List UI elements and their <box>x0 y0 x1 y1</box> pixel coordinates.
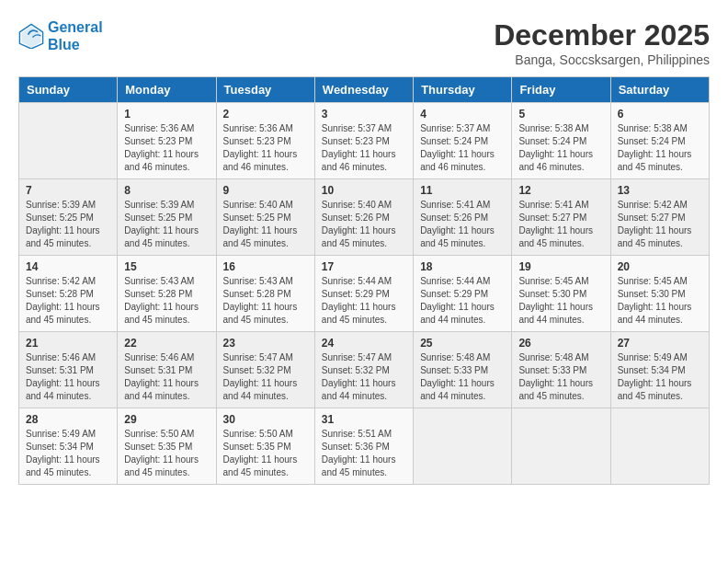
day-info: Sunrise: 5:48 AM Sunset: 5:33 PM Dayligh… <box>518 351 603 403</box>
calendar-cell: 28Sunrise: 5:49 AM Sunset: 5:34 PM Dayli… <box>19 408 118 485</box>
title-block: December 2025 Banga, Soccsksargen, Phili… <box>494 18 710 67</box>
day-number: 16 <box>223 260 308 273</box>
day-number: 22 <box>124 337 209 350</box>
day-number: 17 <box>322 260 406 273</box>
calendar-week-row: 7Sunrise: 5:39 AM Sunset: 5:25 PM Daylig… <box>19 179 710 256</box>
logo-line1: General <box>48 19 103 35</box>
day-number: 31 <box>322 413 406 426</box>
day-number: 27 <box>618 337 702 350</box>
day-number: 21 <box>26 337 110 350</box>
calendar-cell: 8Sunrise: 5:39 AM Sunset: 5:25 PM Daylig… <box>118 179 216 256</box>
calendar-cell <box>610 408 709 485</box>
calendar-week-row: 21Sunrise: 5:46 AM Sunset: 5:31 PM Dayli… <box>19 332 710 408</box>
day-info: Sunrise: 5:42 AM Sunset: 5:27 PM Dayligh… <box>618 199 702 250</box>
calendar-cell <box>19 103 118 179</box>
day-number: 23 <box>223 337 308 350</box>
calendar-cell: 17Sunrise: 5:44 AM Sunset: 5:29 PM Dayli… <box>314 256 413 332</box>
calendar-cell: 2Sunrise: 5:36 AM Sunset: 5:23 PM Daylig… <box>216 103 314 179</box>
calendar-cell: 20Sunrise: 5:45 AM Sunset: 5:30 PM Dayli… <box>610 256 709 332</box>
calendar-cell: 3Sunrise: 5:37 AM Sunset: 5:23 PM Daylig… <box>314 103 413 179</box>
day-number: 25 <box>420 337 505 350</box>
calendar-cell: 22Sunrise: 5:46 AM Sunset: 5:31 PM Dayli… <box>118 332 216 408</box>
day-header-saturday: Saturday <box>610 77 709 103</box>
day-header-friday: Friday <box>512 77 610 103</box>
calendar-cell: 13Sunrise: 5:42 AM Sunset: 5:27 PM Dayli… <box>610 179 709 256</box>
day-info: Sunrise: 5:41 AM Sunset: 5:26 PM Dayligh… <box>420 199 505 250</box>
calendar-cell: 5Sunrise: 5:38 AM Sunset: 5:24 PM Daylig… <box>512 103 610 179</box>
calendar-cell: 6Sunrise: 5:38 AM Sunset: 5:24 PM Daylig… <box>610 103 709 179</box>
calendar-cell <box>414 408 512 485</box>
day-number: 11 <box>420 184 505 197</box>
calendar-cell: 12Sunrise: 5:41 AM Sunset: 5:27 PM Dayli… <box>512 179 610 256</box>
day-info: Sunrise: 5:36 AM Sunset: 5:23 PM Dayligh… <box>124 122 209 174</box>
day-number: 9 <box>223 184 308 197</box>
calendar-cell: 1Sunrise: 5:36 AM Sunset: 5:23 PM Daylig… <box>118 103 216 179</box>
day-info: Sunrise: 5:36 AM Sunset: 5:23 PM Dayligh… <box>223 122 308 174</box>
calendar-cell: 9Sunrise: 5:40 AM Sunset: 5:25 PM Daylig… <box>216 179 314 256</box>
logo-text: General Blue <box>48 18 103 53</box>
day-info: Sunrise: 5:44 AM Sunset: 5:29 PM Dayligh… <box>420 275 505 327</box>
day-number: 26 <box>518 337 603 350</box>
day-info: Sunrise: 5:44 AM Sunset: 5:29 PM Dayligh… <box>322 275 406 327</box>
calendar-cell: 27Sunrise: 5:49 AM Sunset: 5:34 PM Dayli… <box>610 332 709 408</box>
day-info: Sunrise: 5:47 AM Sunset: 5:32 PM Dayligh… <box>322 351 406 403</box>
day-info: Sunrise: 5:49 AM Sunset: 5:34 PM Dayligh… <box>26 428 110 479</box>
day-number: 24 <box>322 337 406 350</box>
calendar-week-row: 28Sunrise: 5:49 AM Sunset: 5:34 PM Dayli… <box>19 408 710 485</box>
day-info: Sunrise: 5:45 AM Sunset: 5:30 PM Dayligh… <box>618 275 702 327</box>
page-header: General Blue December 2025 Banga, Soccsk… <box>18 18 710 67</box>
location-subtitle: Banga, Soccsksargen, Philippines <box>494 52 710 67</box>
logo-line2: Blue <box>48 37 80 52</box>
calendar-cell: 26Sunrise: 5:48 AM Sunset: 5:33 PM Dayli… <box>512 332 610 408</box>
day-header-wednesday: Wednesday <box>314 77 413 103</box>
day-number: 28 <box>26 413 110 426</box>
month-title: December 2025 <box>494 18 710 52</box>
day-info: Sunrise: 5:50 AM Sunset: 5:35 PM Dayligh… <box>223 428 308 479</box>
day-number: 4 <box>420 108 505 121</box>
day-number: 7 <box>26 184 110 197</box>
day-number: 14 <box>26 260 110 273</box>
calendar-cell: 21Sunrise: 5:46 AM Sunset: 5:31 PM Dayli… <box>19 332 118 408</box>
calendar-cell: 31Sunrise: 5:51 AM Sunset: 5:36 PM Dayli… <box>314 408 413 485</box>
day-number: 5 <box>518 108 603 121</box>
day-info: Sunrise: 5:42 AM Sunset: 5:28 PM Dayligh… <box>26 275 110 327</box>
day-info: Sunrise: 5:40 AM Sunset: 5:26 PM Dayligh… <box>322 199 406 250</box>
day-info: Sunrise: 5:43 AM Sunset: 5:28 PM Dayligh… <box>124 275 209 327</box>
day-number: 20 <box>618 260 702 273</box>
day-info: Sunrise: 5:51 AM Sunset: 5:36 PM Dayligh… <box>322 428 406 479</box>
calendar-table: SundayMondayTuesdayWednesdayThursdayFrid… <box>18 76 710 485</box>
logo-icon <box>18 23 44 49</box>
calendar-cell: 10Sunrise: 5:40 AM Sunset: 5:26 PM Dayli… <box>314 179 413 256</box>
calendar-cell: 11Sunrise: 5:41 AM Sunset: 5:26 PM Dayli… <box>414 179 512 256</box>
day-info: Sunrise: 5:37 AM Sunset: 5:23 PM Dayligh… <box>322 122 406 174</box>
calendar-week-row: 1Sunrise: 5:36 AM Sunset: 5:23 PM Daylig… <box>19 103 710 179</box>
day-header-thursday: Thursday <box>414 77 512 103</box>
day-info: Sunrise: 5:38 AM Sunset: 5:24 PM Dayligh… <box>618 122 702 174</box>
day-info: Sunrise: 5:49 AM Sunset: 5:34 PM Dayligh… <box>618 351 702 403</box>
calendar-cell: 30Sunrise: 5:50 AM Sunset: 5:35 PM Dayli… <box>216 408 314 485</box>
day-header-monday: Monday <box>118 77 216 103</box>
day-info: Sunrise: 5:46 AM Sunset: 5:31 PM Dayligh… <box>124 351 209 403</box>
day-info: Sunrise: 5:41 AM Sunset: 5:27 PM Dayligh… <box>518 199 603 250</box>
day-info: Sunrise: 5:37 AM Sunset: 5:24 PM Dayligh… <box>420 122 505 174</box>
calendar-header-row: SundayMondayTuesdayWednesdayThursdayFrid… <box>19 77 710 103</box>
day-info: Sunrise: 5:45 AM Sunset: 5:30 PM Dayligh… <box>518 275 603 327</box>
calendar-cell: 29Sunrise: 5:50 AM Sunset: 5:35 PM Dayli… <box>118 408 216 485</box>
logo: General Blue <box>18 18 103 53</box>
day-number: 29 <box>124 413 209 426</box>
day-info: Sunrise: 5:39 AM Sunset: 5:25 PM Dayligh… <box>124 199 209 250</box>
calendar-cell: 18Sunrise: 5:44 AM Sunset: 5:29 PM Dayli… <box>414 256 512 332</box>
day-number: 12 <box>518 184 603 197</box>
day-number: 2 <box>223 108 308 121</box>
calendar-cell: 25Sunrise: 5:48 AM Sunset: 5:33 PM Dayli… <box>414 332 512 408</box>
day-number: 18 <box>420 260 505 273</box>
day-header-sunday: Sunday <box>19 77 118 103</box>
day-number: 8 <box>124 184 209 197</box>
day-info: Sunrise: 5:40 AM Sunset: 5:25 PM Dayligh… <box>223 199 308 250</box>
calendar-cell: 23Sunrise: 5:47 AM Sunset: 5:32 PM Dayli… <box>216 332 314 408</box>
day-number: 30 <box>223 413 308 426</box>
day-number: 1 <box>124 108 209 121</box>
day-info: Sunrise: 5:46 AM Sunset: 5:31 PM Dayligh… <box>26 351 110 403</box>
day-header-tuesday: Tuesday <box>216 77 314 103</box>
calendar-cell: 7Sunrise: 5:39 AM Sunset: 5:25 PM Daylig… <box>19 179 118 256</box>
